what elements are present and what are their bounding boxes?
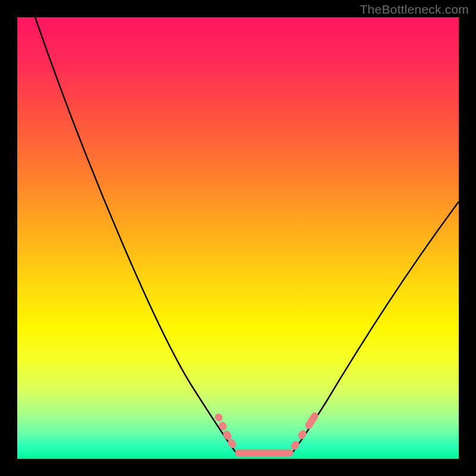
marker-dot: [227, 434, 228, 436]
watermark-text: TheBottleneck.com: [360, 2, 469, 17]
marker-dot: [295, 444, 296, 446]
marker-dot: [218, 417, 219, 418]
curve-layer: [17, 17, 459, 459]
marker-dot: [223, 425, 223, 427]
plot-area: [17, 17, 459, 459]
marker-dot: [309, 416, 315, 425]
marker-dot: [302, 434, 303, 436]
chart-frame: TheBottleneck.com: [0, 0, 476, 476]
marker-group: [218, 416, 315, 453]
curve-left: [35, 17, 237, 455]
marker-dot: [231, 443, 233, 444]
